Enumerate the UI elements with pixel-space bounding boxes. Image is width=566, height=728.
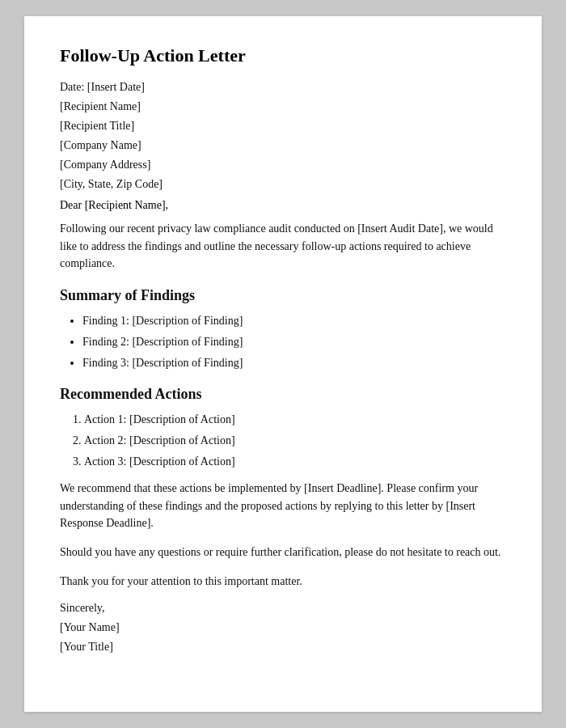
recipient-title-line: [Recipient Title] (60, 120, 506, 133)
body-paragraph-1: We recommend that these actions be imple… (60, 480, 506, 532)
actions-list: Action 1: [Description of Action] Action… (84, 411, 506, 470)
intro-paragraph: Following our recent privacy law complia… (60, 220, 506, 273)
summary-heading: Summary of Findings (60, 287, 506, 304)
finding-1: Finding 1: [Description of Finding] (82, 312, 506, 329)
salutation: Dear [Recipient Name], (60, 199, 506, 212)
actions-heading: Recommended Actions (60, 386, 506, 403)
recipient-name-line: [Recipient Name] (60, 100, 506, 113)
action-2: Action 2: [Description of Action] (84, 432, 506, 449)
findings-list: Finding 1: [Description of Finding] Find… (82, 312, 506, 371)
closing: Sincerely, (60, 602, 506, 615)
city-state-zip-line: [City, State, Zip Code] (60, 178, 506, 191)
finding-3: Finding 3: [Description of Finding] (82, 354, 506, 371)
action-1: Action 1: [Description of Action] (84, 411, 506, 428)
company-name-line: [Company Name] (60, 139, 506, 152)
body-paragraph-3: Thank you for your attention to this imp… (60, 573, 506, 590)
your-name: [Your Name] (60, 621, 506, 634)
document-title: Follow-Up Action Letter (60, 45, 506, 66)
body-paragraph-2: Should you have any questions or require… (60, 544, 506, 561)
finding-2: Finding 2: [Description of Finding] (82, 333, 506, 350)
document: Follow-Up Action Letter Date: [Insert Da… (24, 16, 542, 712)
company-address-line: [Company Address] (60, 159, 506, 171)
your-title: [Your Title] (60, 641, 506, 654)
date-line: Date: [Insert Date] (60, 81, 506, 94)
action-3: Action 3: [Description of Action] (84, 453, 506, 470)
